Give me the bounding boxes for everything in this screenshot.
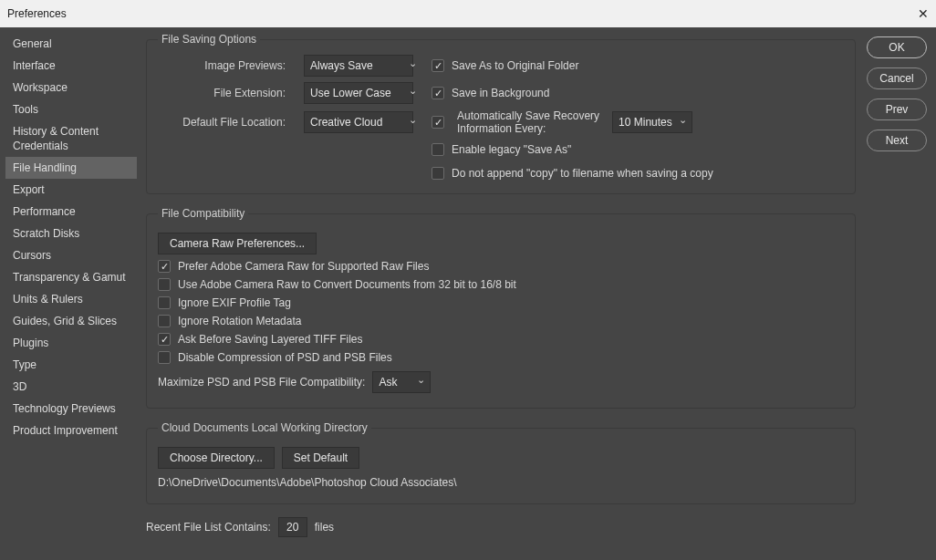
cloud-dir-group: Cloud Documents Local Working Directory … xyxy=(146,421,856,504)
ignore-exif-checkbox[interactable] xyxy=(158,296,171,309)
auto-save-checkbox[interactable] xyxy=(432,116,444,129)
choose-directory-button[interactable]: Choose Directory... xyxy=(158,447,275,469)
enable-legacy-saveas-label: Enable legacy "Save As" xyxy=(452,143,571,156)
do-not-append-copy-label: Do not append "copy" to filename when sa… xyxy=(452,167,713,180)
file-compatibility-legend: File Compatibility xyxy=(158,207,248,220)
sidebar-item-plugins[interactable]: Plugins xyxy=(5,332,137,354)
save-as-original-label: Save As to Original Folder xyxy=(452,59,578,72)
sidebar-item-technology-previews[interactable]: Technology Previews xyxy=(5,398,137,420)
auto-save-interval-select[interactable]: 10 Minutes xyxy=(612,111,692,133)
default-location-select[interactable]: Creative Cloud xyxy=(304,111,413,133)
image-previews-select[interactable]: Always Save xyxy=(304,55,413,77)
sidebar-item-cursors[interactable]: Cursors xyxy=(5,244,137,266)
window-title: Preferences xyxy=(7,7,67,20)
sidebar-item-guides-grid-slices[interactable]: Guides, Grid & Slices xyxy=(5,310,137,332)
cancel-button[interactable]: Cancel xyxy=(867,67,927,89)
recent-files-input[interactable] xyxy=(278,517,307,537)
disable-compression-label: Disable Compression of PSD and PSB Files xyxy=(178,351,392,364)
next-button[interactable]: Next xyxy=(867,130,927,151)
auto-save-label: Automatically Save Recovery Information … xyxy=(457,109,599,135)
maximize-compat-select[interactable]: Ask xyxy=(372,371,431,393)
recent-files-suffix: files xyxy=(315,521,334,534)
file-saving-legend: File Saving Options xyxy=(158,33,260,46)
recent-files-label: Recent File List Contains: xyxy=(146,521,271,534)
sidebar-item-scratch-disks[interactable]: Scratch Disks xyxy=(5,223,137,244)
maximize-compat-label: Maximize PSD and PSB File Compatibility: xyxy=(158,376,365,389)
ask-tiff-checkbox[interactable] xyxy=(158,333,171,346)
sidebar-item-type[interactable]: Type xyxy=(5,354,137,376)
titlebar: Preferences ✕ xyxy=(0,0,936,27)
image-previews-label: Image Previews: xyxy=(158,59,286,72)
prefer-acr-label: Prefer Adobe Camera Raw for Supported Ra… xyxy=(178,260,429,273)
disable-compression-checkbox[interactable] xyxy=(158,351,171,364)
sidebar-item-3d[interactable]: 3D xyxy=(5,376,137,398)
sidebar-item-general[interactable]: General xyxy=(5,33,137,55)
do-not-append-copy-checkbox[interactable] xyxy=(432,167,444,180)
save-as-original-checkbox[interactable] xyxy=(432,59,444,72)
sidebar-item-file-handling[interactable]: File Handling xyxy=(5,157,137,179)
close-icon[interactable]: ✕ xyxy=(918,6,929,21)
cloud-dir-path: D:\OneDrive\Documents\Adobe\Photoshop Cl… xyxy=(158,476,457,489)
file-saving-group: File Saving Options Image Previews: Alwa… xyxy=(146,33,856,194)
use-acr-32-16-label: Use Adobe Camera Raw to Convert Document… xyxy=(178,278,516,291)
main-panel: File Saving Options Image Previews: Alwa… xyxy=(139,27,863,560)
sidebar-item-history-content-credentials[interactable]: History & Content Credentials xyxy=(5,120,137,157)
sidebar-item-performance[interactable]: Performance xyxy=(5,201,137,223)
prefer-acr-checkbox[interactable] xyxy=(158,260,171,273)
save-in-background-label: Save in Background xyxy=(452,87,549,99)
default-location-label: Default File Location: xyxy=(158,116,286,129)
save-in-background-checkbox[interactable] xyxy=(432,87,444,99)
sidebar-item-product-improvement[interactable]: Product Improvement xyxy=(5,420,137,441)
set-default-button[interactable]: Set Default xyxy=(282,447,359,469)
sidebar-item-units-rulers[interactable]: Units & Rulers xyxy=(5,288,137,310)
sidebar-item-transparency-gamut[interactable]: Transparency & Gamut xyxy=(5,266,137,288)
ask-tiff-label: Ask Before Saving Layered TIFF Files xyxy=(178,333,363,346)
ok-button[interactable]: OK xyxy=(867,36,927,58)
dialog-buttons: OK Cancel Prev Next xyxy=(863,27,936,560)
sidebar: GeneralInterfaceWorkspaceToolsHistory & … xyxy=(0,27,139,560)
prev-button[interactable]: Prev xyxy=(867,99,927,120)
use-acr-32-16-checkbox[interactable] xyxy=(158,278,171,291)
file-extension-select[interactable]: Use Lower Case xyxy=(304,82,413,104)
enable-legacy-saveas-checkbox[interactable] xyxy=(432,143,444,156)
sidebar-item-interface[interactable]: Interface xyxy=(5,55,137,77)
sidebar-item-export[interactable]: Export xyxy=(5,179,137,201)
file-compatibility-group: File Compatibility Camera Raw Preference… xyxy=(146,207,856,409)
camera-raw-prefs-button[interactable]: Camera Raw Preferences... xyxy=(158,233,317,254)
file-extension-label: File Extension: xyxy=(158,87,286,99)
ignore-rotation-checkbox[interactable] xyxy=(158,315,171,327)
sidebar-item-workspace[interactable]: Workspace xyxy=(5,77,137,99)
ignore-exif-label: Ignore EXIF Profile Tag xyxy=(178,296,291,309)
ignore-rotation-label: Ignore Rotation Metadata xyxy=(178,315,301,327)
cloud-dir-legend: Cloud Documents Local Working Directory xyxy=(158,421,371,434)
sidebar-item-tools[interactable]: Tools xyxy=(5,99,137,120)
